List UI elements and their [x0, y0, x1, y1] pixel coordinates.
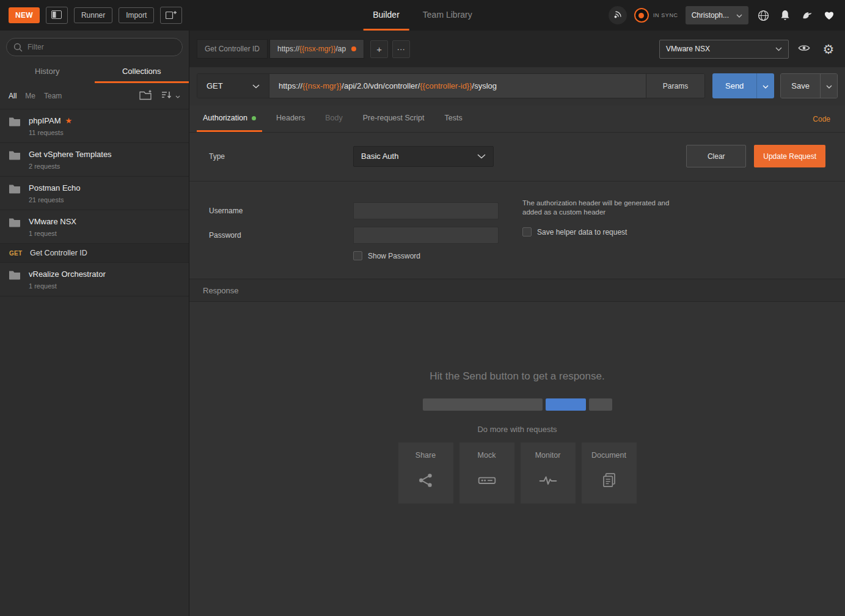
collection-vrealize-orchestrator[interactable]: vRealize Orchestrator 1 request	[0, 263, 189, 296]
new-folder-button[interactable]	[139, 90, 153, 102]
sidebar-empty-area	[0, 296, 189, 616]
sidebar-toggle-button[interactable]	[46, 7, 68, 24]
sync-status: IN SYNC	[634, 8, 678, 23]
new-tab-button[interactable]: +	[370, 40, 388, 58]
save-helper-label: Save helper data to request	[537, 228, 627, 237]
filter-input[interactable]	[6, 38, 183, 56]
collection-meta: 1 request	[29, 282, 106, 290]
request-tab-label: Get Controller ID	[205, 45, 260, 53]
environment-group: VMware NSX ⚙	[659, 40, 838, 59]
tab-body[interactable]: Body	[319, 106, 349, 132]
collection-name: vRealize Orchestrator	[29, 270, 106, 279]
topbar: NEW Runner Import Builder Team Library	[0, 0, 845, 31]
folder-icon	[9, 150, 21, 170]
environment-select[interactable]: VMware NSX	[659, 40, 789, 59]
tab-authorization[interactable]: Authorization	[197, 106, 262, 132]
auth-type-row: Type Basic Auth Clear Update Request	[209, 145, 825, 167]
auth-actions: Clear Update Request	[686, 145, 825, 167]
chevron-down-icon[interactable]	[175, 93, 180, 100]
mock-card[interactable]: Mock	[459, 442, 514, 504]
save-button-group: Save	[780, 73, 838, 98]
document-card[interactable]: Document	[582, 442, 637, 504]
tab-collections[interactable]: Collections	[95, 61, 189, 83]
request-tab-active-url[interactable]: https://{{nsx-mgr}}/ap	[269, 39, 364, 59]
chevron-down-icon	[477, 152, 486, 161]
tab-tests[interactable]: Tests	[438, 106, 468, 132]
bird-icon[interactable]	[800, 8, 814, 23]
card-label: Document	[591, 451, 626, 460]
tab-history[interactable]: History	[0, 61, 95, 83]
settings-button[interactable]: ⚙	[819, 40, 838, 58]
scope-me[interactable]: Me	[25, 92, 35, 100]
folder-icon	[9, 183, 21, 204]
share-card[interactable]: Share	[398, 442, 453, 504]
collection-vmware-nsx[interactable]: VMware NSX 1 request	[0, 210, 189, 244]
save-button[interactable]: Save	[781, 74, 820, 98]
password-row: Password	[209, 227, 825, 244]
share-icon	[418, 472, 434, 489]
request-get-controller-id[interactable]: GET Get Controller ID	[0, 244, 189, 263]
request-tab-get-controller-id[interactable]: Get Controller ID	[197, 39, 268, 59]
request-builder-bar: GET https://{{nsx-mgr}}/api/2.0/vdn/cont…	[189, 67, 845, 106]
chevron-down-icon	[763, 81, 769, 90]
tab-headers[interactable]: Headers	[270, 106, 311, 132]
card-label: Share	[415, 451, 436, 460]
url-input[interactable]: https://{{nsx-mgr}}/api/2.0/vdn/controll…	[269, 74, 646, 98]
eye-icon	[798, 44, 810, 54]
monitor-card[interactable]: Monitor	[521, 442, 576, 504]
tab-pre-request-script[interactable]: Pre-request Script	[357, 106, 431, 132]
capture-requests-button[interactable]	[609, 6, 627, 24]
sort-button[interactable]	[161, 90, 172, 101]
collection-meta: 1 request	[29, 230, 76, 237]
filter-wrap	[0, 31, 189, 61]
scope-team[interactable]: Team	[44, 92, 62, 100]
new-window-button[interactable]	[160, 7, 182, 24]
environment-preview-button[interactable]	[795, 40, 813, 58]
heart-icon[interactable]	[822, 8, 836, 23]
unsaved-dot-icon	[351, 46, 356, 51]
collection-get-vsphere-templates[interactable]: Get vSphere Templates 2 requests	[0, 143, 189, 177]
scope-all[interactable]: All	[9, 92, 16, 100]
collection-phpipam[interactable]: phpIPAM ★ 11 requests	[0, 109, 189, 143]
user-menu[interactable]: Christoph...	[686, 6, 748, 24]
clear-button[interactable]: Clear	[686, 145, 746, 167]
satellite-icon	[613, 10, 623, 21]
collection-postman-echo[interactable]: Postman Echo 21 requests	[0, 177, 189, 210]
show-password-checkbox[interactable]	[353, 251, 362, 260]
update-request-button[interactable]: Update Request	[754, 145, 825, 167]
auth-type-select[interactable]: Basic Auth	[353, 146, 494, 167]
import-button[interactable]: Import	[119, 7, 154, 23]
folder-icon	[9, 270, 21, 290]
new-button[interactable]: NEW	[9, 7, 40, 23]
tab-team-library[interactable]: Team Library	[413, 0, 482, 31]
chevron-down-icon	[736, 11, 742, 20]
chevron-down-icon	[775, 45, 782, 53]
sync-status-icon[interactable]	[634, 8, 649, 23]
save-options-button[interactable]	[820, 74, 837, 98]
globe-icon[interactable]	[756, 8, 770, 23]
star-icon[interactable]: ★	[65, 118, 73, 124]
code-link[interactable]: Code	[813, 115, 838, 123]
postman-app: NEW Runner Import Builder Team Library	[0, 0, 845, 616]
password-field[interactable]	[353, 227, 499, 244]
url-group: GET https://{{nsx-mgr}}/api/2.0/vdn/cont…	[197, 73, 705, 98]
send-options-button[interactable]	[756, 73, 774, 98]
tab-label: Headers	[276, 114, 305, 122]
feature-cards: Share Mock Monitor	[398, 442, 637, 504]
skeleton-save-button	[589, 398, 612, 411]
save-helper-checkbox[interactable]	[522, 227, 532, 237]
show-password-label: Show Password	[368, 252, 420, 260]
username-field[interactable]	[353, 202, 499, 219]
bell-icon[interactable]	[778, 8, 792, 23]
response-header: Response	[189, 279, 845, 302]
more-tabs-button[interactable]: …	[392, 40, 410, 58]
empty-state-title: Hit the Send button to get a response.	[430, 370, 604, 383]
collection-name: Postman Echo	[29, 183, 81, 193]
method-select[interactable]: GET	[197, 74, 269, 98]
runner-button[interactable]: Runner	[74, 7, 112, 23]
tab-builder[interactable]: Builder	[363, 0, 409, 31]
authorization-panel: Type Basic Auth Clear Update Request	[189, 133, 845, 279]
request-tab-url: https://{{nsx-mgr}}/ap	[277, 45, 346, 53]
send-button[interactable]: Send	[712, 73, 756, 98]
params-button[interactable]: Params	[646, 74, 704, 98]
